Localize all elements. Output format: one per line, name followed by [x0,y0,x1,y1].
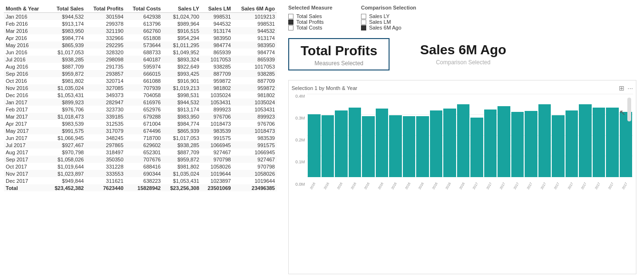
table-row: Jan 2017$899,923282947616976$944,5321053… [4,99,277,106]
table-cell: 331228 [86,163,125,170]
legend-item-sales-6m-ago[interactable]: Sales 6M Ago [361,25,416,30]
legend-item-sales-lm[interactable]: Sales LM [361,19,416,25]
table-cell: 350350 [86,156,125,163]
table-cell: 1035024 [201,91,233,99]
table-cell: 23496385 [233,184,277,191]
bar [552,115,565,177]
table-row: May 2016$865,939292295573644$1,011,29598… [4,41,277,49]
table-row: Jan 2016$944,532301594642938$1,024,70099… [4,13,277,20]
table-cell: 332966 [86,34,125,41]
table-cell: 984774 [233,49,277,56]
table-cell: $970,798 [47,149,86,156]
x-axis-label: 2017 [484,179,493,192]
table-cell: $983,950 [47,27,86,34]
y-axis-label: 0.1M [295,159,305,164]
table-cell: 318497 [86,149,125,156]
table-cell: Jul 2016 [4,56,47,63]
x-axis-label: 2017 [606,179,615,192]
y-axis-label: 0.4M [295,94,305,99]
bar [498,106,510,177]
checkbox[interactable] [288,20,293,25]
table-cell: 674496 [126,127,163,134]
table-cell: May 2017 [4,127,47,134]
legend-label: Sales LY [369,13,390,19]
y-axis-label: 0.2M [295,138,305,142]
table-cell: 865939 [201,49,233,56]
table-cell: $989,964 [163,20,201,27]
bar [566,110,578,177]
table-row: Feb 2017$976,706323730652976$913,1748999… [4,106,277,113]
x-axis-label: 2016 [444,179,453,192]
bar [308,114,321,177]
chart-icon-group[interactable]: ⊞ ··· [619,84,633,92]
data-table-panel: Month & YearTotal SalesTotal ProfitsTota… [0,0,281,279]
table-cell: 927467 [233,156,277,163]
bar [416,116,429,177]
comparison-title: Comparison Selection [361,5,416,10]
table-row: Total$23,452,382762344015828942$23,256,3… [4,184,277,191]
table-cell: Nov 2016 [4,84,47,91]
table-cell: Oct 2017 [4,163,47,170]
bar [389,115,402,177]
expand-icon[interactable]: ⊞ [619,84,624,92]
checkbox[interactable] [361,14,366,19]
x-axis-label: 2016 [417,179,426,192]
table-cell: 1018473 [201,120,233,127]
bar [349,108,361,177]
table-cell: Mar 2017 [4,113,47,120]
scrollbar[interactable] [627,98,631,121]
bar [362,116,375,177]
table-cell: $1,017,053 [47,49,86,56]
legend-item-sales-ly[interactable]: Sales LY [361,13,416,19]
table-cell: $913,174 [163,106,201,113]
legend-item-total-profits[interactable]: Total Profits [288,19,332,25]
table-cell: 913174 [201,27,233,34]
checkbox[interactable] [288,25,293,30]
table-cell: 7623440 [86,184,125,191]
table-cell: Apr 2017 [4,120,47,127]
table-cell: 616976 [126,99,163,106]
table-cell: $944,532 [47,13,86,20]
table-cell: 688416 [126,163,163,170]
table-cell: 333553 [86,170,125,177]
table-cell: 1017053 [233,63,277,70]
table-cell: 944532 [201,20,233,27]
table-cell: 299378 [86,20,125,27]
table-cell: $1,035,024 [47,84,86,91]
table-cell: 1058026 [201,163,233,170]
table-cell: 640187 [126,56,163,63]
bar [457,104,470,177]
table-cell: 983539 [233,134,277,141]
y-axis-label: 0.3M [295,116,305,120]
table-cell: Nov 2017 [4,170,47,177]
checkbox[interactable] [361,25,366,30]
table-cell: $959,872 [47,70,86,77]
table-cell: $913,174 [47,20,86,27]
legend-label: Total Profits [296,19,323,25]
table-row: Sep 2017$1,058,026350350707676$959,87297… [4,156,277,163]
bar [579,104,592,177]
y-axis-label: 0.0M [295,182,305,187]
comparison-box: Sales 6M Ago Comparison Selected [409,38,517,69]
checkbox[interactable] [361,20,366,25]
table-row: Mar 2016$983,950321190662760$916,5159131… [4,27,277,34]
table-cell: 976706 [233,120,277,127]
table-cell: 339185 [86,113,125,120]
table-row: Jun 2016$1,017,053328320688733$1,049,952… [4,49,277,56]
legend-item-total-sales[interactable]: Total Sales [288,13,332,19]
table-cell: $1,011,295 [163,41,201,49]
checkbox[interactable] [288,14,293,19]
table-cell: 1018473 [233,127,277,134]
table-cell: 887709 [201,70,233,77]
table-cell: 312535 [86,120,125,127]
table-cell: $1,049,952 [163,49,201,56]
table-cell: 981802 [201,84,233,91]
legend-item-total-costs[interactable]: Total Costs [288,25,332,30]
table-cell: $1,024,700 [163,13,201,20]
table-cell: 991575 [201,134,233,141]
table-cell: $981,802 [163,163,201,170]
comparison-main-label: Sales 6M Ago [420,42,506,58]
table-cell: 899923 [201,106,233,113]
more-options-icon[interactable]: ··· [627,84,633,92]
table-cell: 938285 [201,63,233,70]
